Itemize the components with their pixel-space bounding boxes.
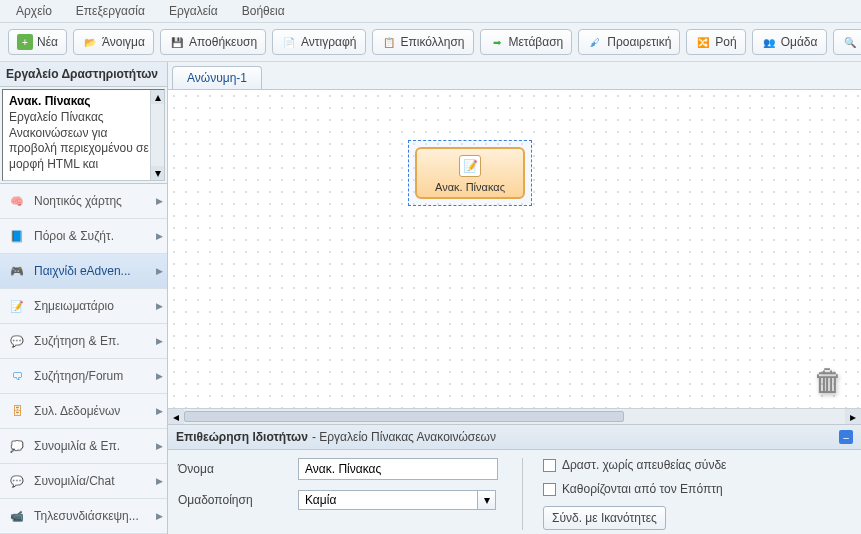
canvas[interactable]: 📝 Ανακ. Πίνακας 🗑 — [168, 90, 861, 408]
sidebar-item-notebook[interactable]: 📝Σημειωματάριο▶ — [0, 289, 167, 324]
sidebar-desc-title: Ανακ. Πίνακας — [9, 94, 158, 108]
collapse-icon[interactable]: – — [839, 430, 853, 444]
menubar: Αρχείο Επεξεργασία Εργαλεία Βοήθεια — [0, 0, 861, 23]
properties-title: Επιθεώρηση Ιδιοτήτων — [176, 430, 308, 444]
chevron-right-icon: ▶ — [156, 196, 163, 206]
sidebar-item-mindmap[interactable]: 🧠Νοητικός χάρτης▶ — [0, 184, 167, 219]
forum-icon: 🗨 — [8, 367, 26, 385]
chevron-right-icon: ▶ — [156, 441, 163, 451]
grouping-select[interactable]: Καμία — [298, 490, 478, 510]
arrow-right-icon: ➡ — [489, 34, 505, 50]
canvas-area: Ανώνυμη-1 📝 Ανακ. Πίνακας 🗑 ◂ ▸ Επιθεώρη… — [168, 62, 861, 534]
sidebar-desc-body: Εργαλείο Πίνακας Ανακοινώσεων για προβολ… — [9, 110, 158, 172]
horizontal-scrollbar[interactable]: ◂ ▸ — [168, 408, 861, 424]
properties-subtitle: - Εργαλείο Πίνακας Ανακοινώσεων — [312, 430, 496, 444]
offline-checkbox-row[interactable]: Δραστ. χωρίς απευθείας σύνδε — [543, 458, 726, 472]
sidebar-item-forum[interactable]: 🗨Συζήτηση/Forum▶ — [0, 359, 167, 394]
new-button[interactable]: +Νέα — [8, 29, 67, 55]
supervisor-checkbox-row[interactable]: Καθορίζονται από τον Επόπτη — [543, 482, 726, 496]
tab-untitled-1[interactable]: Ανώνυμη-1 — [172, 66, 262, 89]
sidebar-list: 🧠Νοητικός χάρτης▶ 📘Πόροι & Συζήτ.▶ 🎮Παιχ… — [0, 183, 167, 534]
scroll-track[interactable] — [184, 409, 845, 424]
menu-tools[interactable]: Εργαλεία — [169, 4, 218, 18]
node-selection[interactable]: 📝 Ανακ. Πίνακας — [408, 140, 532, 206]
sidebar-description: Ανακ. Πίνακας Εργαλείο Πίνακας Ανακοινώσ… — [2, 89, 165, 181]
folder-icon: 📂 — [82, 34, 98, 50]
magnifier-icon: 🔍 — [842, 34, 858, 50]
sidebar-item-game[interactable]: 🎮Παιχνίδι eAdven...▶ — [0, 254, 167, 289]
sidebar-item-discuss-ep[interactable]: 💬Συζήτηση & Επ.▶ — [0, 324, 167, 359]
grouping-label: Ομαδοποίηση — [178, 493, 288, 507]
chevron-right-icon: ▶ — [156, 476, 163, 486]
sidebar-item-database[interactable]: 🗄Συλ. Δεδομένων▶ — [0, 394, 167, 429]
chevron-right-icon: ▶ — [156, 406, 163, 416]
go-button[interactable]: ➡Μετάβαση — [480, 29, 573, 55]
desc-scrollbar[interactable]: ▴ ▾ — [150, 90, 164, 180]
mindmap-icon: 🧠 — [8, 192, 26, 210]
chevron-right-icon: ▶ — [156, 231, 163, 241]
copy-icon: 📄 — [281, 34, 297, 50]
checkbox-icon[interactable] — [543, 483, 556, 496]
paste-icon: 📋 — [381, 34, 397, 50]
sidebar-item-resources[interactable]: 📘Πόροι & Συζήτ.▶ — [0, 219, 167, 254]
noticeboard-icon: 📝 — [459, 155, 481, 177]
group-icon: 👥 — [761, 34, 777, 50]
plus-icon: + — [17, 34, 33, 50]
chat-icon: 💬 — [8, 472, 26, 490]
menu-help[interactable]: Βοήθεια — [242, 4, 285, 18]
properties-header: Επιθεώρηση Ιδιοτήτων - Εργαλείο Πίνακας … — [168, 425, 861, 450]
database-icon: 🗄 — [8, 402, 26, 420]
resources-icon: 📘 — [8, 227, 26, 245]
discuss-icon: 💬 — [8, 332, 26, 350]
brush-icon: 🖌 — [587, 34, 603, 50]
flow-icon: 🔀 — [695, 34, 711, 50]
preview-button[interactable]: 🔍Προεπισκό — [833, 29, 862, 55]
open-button[interactable]: 📂Άνοιγμα — [73, 29, 154, 55]
dropdown-arrow-icon[interactable]: ▾ — [478, 490, 496, 510]
group-button[interactable]: 👥Ομάδα — [752, 29, 827, 55]
disk-icon: 💾 — [169, 34, 185, 50]
copy-button[interactable]: 📄Αντιγραφή — [272, 29, 365, 55]
sidebar-item-videoconf[interactable]: 📹Τηλεσυνδιάσκεψη...▶ — [0, 499, 167, 534]
game-icon: 🎮 — [8, 262, 26, 280]
chevron-right-icon: ▶ — [156, 371, 163, 381]
chevron-right-icon: ▶ — [156, 336, 163, 346]
chevron-right-icon: ▶ — [156, 511, 163, 521]
scroll-up-icon[interactable]: ▴ — [151, 90, 164, 104]
scroll-left-icon[interactable]: ◂ — [168, 409, 184, 424]
trash-icon[interactable]: 🗑 — [813, 364, 843, 398]
scroll-thumb[interactable] — [184, 411, 624, 422]
sidebar-item-chat[interactable]: 💬Συνομιλία/Chat▶ — [0, 464, 167, 499]
scroll-down-icon[interactable]: ▾ — [151, 166, 164, 180]
node-label: Ανακ. Πίνακας — [435, 181, 505, 193]
menu-file[interactable]: Αρχείο — [16, 4, 52, 18]
chevron-right-icon: ▶ — [156, 301, 163, 311]
save-button[interactable]: 💾Αποθήκευση — [160, 29, 266, 55]
tab-bar: Ανώνυμη-1 — [168, 62, 861, 90]
sidebar: Εργαλείο Δραστηριοτήτων Ανακ. Πίνακας Ερ… — [0, 62, 168, 534]
flow-button[interactable]: 🔀Ροή — [686, 29, 745, 55]
chatbubble-icon: 💭 — [8, 437, 26, 455]
properties-panel: Επιθεώρηση Ιδιοτήτων - Εργαλείο Πίνακας … — [168, 424, 861, 534]
chevron-right-icon: ▶ — [156, 266, 163, 276]
toolbar: +Νέα 📂Άνοιγμα 💾Αποθήκευση 📄Αντιγραφή 📋Επ… — [0, 23, 861, 62]
scroll-right-icon[interactable]: ▸ — [845, 409, 861, 424]
skills-button[interactable]: Σύνδ. με Ικανότητες — [543, 506, 666, 530]
checkbox-icon[interactable] — [543, 459, 556, 472]
optional-button[interactable]: 🖌Προαιρετική — [578, 29, 680, 55]
name-input[interactable] — [298, 458, 498, 480]
sidebar-item-chat-ep[interactable]: 💭Συνομιλία & Επ.▶ — [0, 429, 167, 464]
offline-checkbox-label: Δραστ. χωρίς απευθείας σύνδε — [562, 458, 726, 472]
sidebar-header: Εργαλείο Δραστηριοτήτων — [0, 62, 167, 87]
notebook-icon: 📝 — [8, 297, 26, 315]
menu-edit[interactable]: Επεξεργασία — [76, 4, 145, 18]
activity-node[interactable]: 📝 Ανακ. Πίνακας — [415, 147, 525, 199]
supervisor-checkbox-label: Καθορίζονται από τον Επόπτη — [562, 482, 723, 496]
video-icon: 📹 — [8, 507, 26, 525]
name-label: Όνομα — [178, 462, 288, 476]
paste-button[interactable]: 📋Επικόλληση — [372, 29, 474, 55]
